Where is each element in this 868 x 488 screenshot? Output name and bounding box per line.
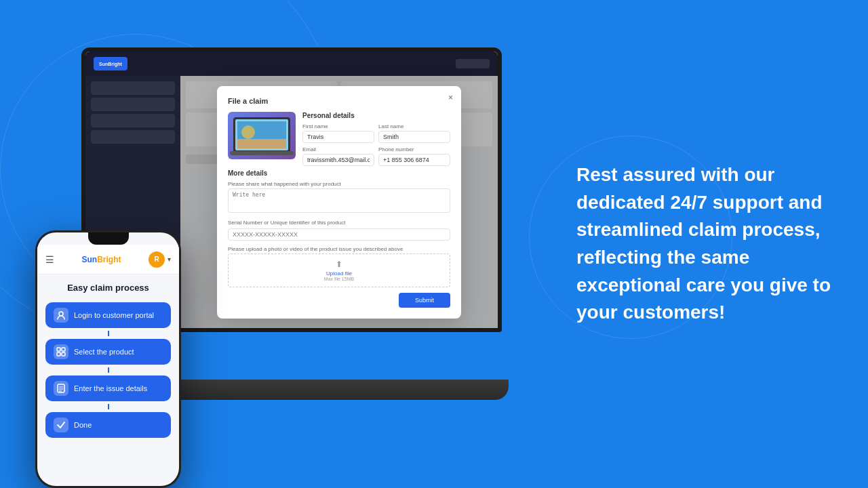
- phone-input[interactable]: [378, 154, 450, 166]
- sidebar-item: [91, 114, 175, 127]
- phone-content: Easy claim process Login to customer por…: [37, 274, 179, 449]
- done-icon: [54, 418, 68, 432]
- sidebar-item: [91, 81, 175, 95]
- sunbright-logo-text: SunBright: [82, 255, 121, 264]
- phone-notch: [88, 232, 129, 245]
- login-icon: [54, 308, 68, 323]
- file-claim-modal: File a claim ×: [217, 86, 461, 319]
- description-label: Please share what happened with your pro…: [228, 181, 450, 187]
- svg-point-4: [241, 125, 255, 139]
- sidebar-item: [91, 98, 175, 111]
- email-input[interactable]: [302, 154, 374, 166]
- modal-form-side: Personal details First name Last name: [302, 112, 450, 169]
- close-icon[interactable]: ×: [448, 93, 453, 102]
- app-logo: SunBright: [94, 57, 127, 70]
- modal-body: Personal details First name Last name: [228, 112, 450, 169]
- phone-group: Phone number: [378, 146, 450, 166]
- product-image: [228, 112, 296, 159]
- step-label-login: Login to customer portal: [74, 311, 154, 319]
- serial-section: Serial Number or Unique Identifier of th…: [228, 220, 450, 241]
- last-name-group: Last name: [378, 123, 450, 143]
- left-panel: SunBright: [0, 0, 515, 488]
- product-icon: [54, 344, 68, 359]
- contact-row: Email Phone number: [302, 146, 450, 166]
- phone-mockup: ☰ SunBright R ▾ Easy claim process: [35, 230, 181, 488]
- user-avatar[interactable]: R: [149, 251, 165, 268]
- first-name-label: First name: [302, 123, 374, 129]
- issue-icon: [54, 381, 68, 396]
- upload-label: Please upload a photo or video of the pr…: [228, 246, 450, 252]
- sidebar-nav: [85, 76, 180, 152]
- phone-logo: SunBright: [54, 255, 149, 264]
- header-action: [456, 59, 490, 68]
- modal-product-side: [228, 112, 296, 166]
- laptop-illustration: [228, 112, 296, 159]
- step-item-product[interactable]: Select the product: [45, 339, 171, 365]
- upload-area[interactable]: ⬆ Upload file Max file 15MB: [228, 253, 450, 287]
- more-details-section: More details Please share what happened …: [228, 169, 450, 214]
- modal-overlay: File a claim ×: [180, 76, 498, 328]
- step-connector: [108, 331, 109, 336]
- first-name-group: First name: [302, 123, 374, 143]
- svg-rect-9: [57, 352, 60, 356]
- svg-rect-3: [237, 139, 286, 148]
- svg-rect-10: [62, 352, 65, 356]
- step-connector: [108, 404, 109, 409]
- step-label-done: Done: [74, 421, 92, 429]
- email-group: Email: [302, 146, 374, 166]
- phone-app-bar: ☰ SunBright R ▾: [37, 245, 179, 274]
- step-connector: [108, 367, 109, 373]
- upload-section: Please upload a photo or video of the pr…: [228, 246, 450, 287]
- step-label-product: Select the product: [74, 348, 134, 356]
- upload-text: Upload file: [234, 270, 444, 277]
- step-item-done[interactable]: Done: [45, 412, 171, 438]
- phone-section-title: Easy claim process: [45, 283, 171, 293]
- upload-subtext: Max file 15MB: [234, 277, 444, 281]
- step-item-login[interactable]: Login to customer portal: [45, 302, 171, 328]
- last-name-label: Last name: [378, 123, 450, 129]
- svg-rect-7: [57, 348, 60, 351]
- last-name-input[interactable]: [378, 131, 450, 143]
- modal-title: File a claim: [228, 97, 450, 105]
- sidebar-item: [91, 130, 175, 144]
- svg-rect-5: [230, 151, 294, 155]
- svg-point-6: [59, 312, 63, 316]
- step-item-issue[interactable]: Enter the issue details: [45, 375, 171, 401]
- logo-text: SunBright: [99, 62, 122, 66]
- phone-label: Phone number: [378, 146, 450, 152]
- personal-details-title: Personal details: [302, 112, 450, 119]
- hamburger-icon[interactable]: ☰: [45, 254, 54, 265]
- phone-screen: ☰ SunBright R ▾ Easy claim process: [37, 232, 179, 486]
- first-name-input[interactable]: [302, 131, 374, 143]
- svg-rect-8: [62, 348, 65, 351]
- chevron-down-icon[interactable]: ▾: [167, 256, 171, 263]
- description-input[interactable]: [228, 188, 450, 213]
- email-label: Email: [302, 146, 374, 152]
- serial-label: Serial Number or Unique Identifier of th…: [228, 220, 450, 226]
- serial-input[interactable]: [228, 228, 450, 241]
- name-row: First name Last name: [302, 123, 450, 143]
- step-label-issue: Enter the issue details: [74, 384, 147, 392]
- submit-button[interactable]: Submit: [399, 293, 450, 308]
- more-details-title: More details: [228, 169, 450, 177]
- app-header: SunBright: [85, 52, 498, 76]
- app-main-content: File a claim ×: [180, 76, 498, 328]
- upload-icon: ⬆: [234, 260, 444, 269]
- right-panel: Rest assured with our dedicated 24/7 sup…: [542, 0, 868, 488]
- tagline-text: Rest assured with our dedicated 24/7 sup…: [576, 161, 834, 327]
